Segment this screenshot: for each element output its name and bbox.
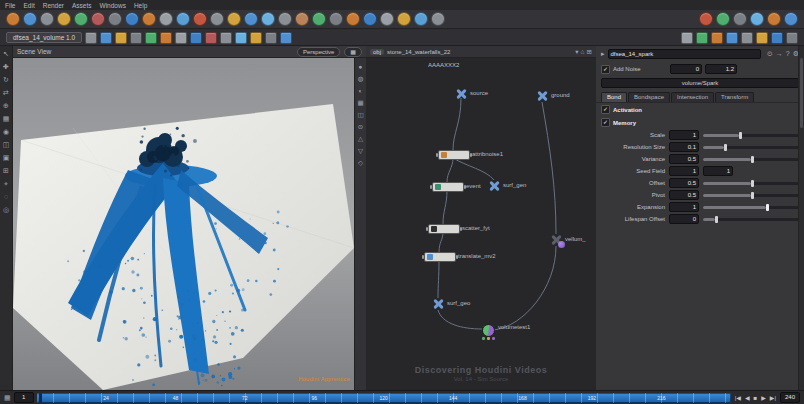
shelf-tool-icon[interactable] — [190, 32, 202, 44]
shelf-tool-icon[interactable] — [160, 32, 172, 44]
tab-bondspace[interactable]: Bondspace — [628, 92, 670, 102]
shelf-tool-icon[interactable] — [193, 12, 207, 26]
node-surf-geo[interactable]: surf_geo — [432, 298, 444, 310]
grid-toggle-icon[interactable]: ▦ — [357, 99, 363, 106]
jump-end-icon[interactable]: ▶| — [769, 394, 777, 401]
shelf-tool-icon[interactable] — [175, 32, 187, 44]
menu-render[interactable]: Render — [43, 2, 64, 9]
pin-icon[interactable]: ⊙ — [767, 50, 773, 57]
shelf-tool-icon[interactable] — [265, 32, 277, 44]
checkbox-icon[interactable]: ✓ — [601, 118, 610, 127]
camera-menu-button[interactable]: Perspective — [297, 47, 340, 57]
tab-bond[interactable]: Bond — [601, 92, 627, 102]
play-icon[interactable]: ▶ — [760, 394, 767, 401]
shelf-tool-icon[interactable] — [142, 12, 156, 26]
shelf-tool-icon[interactable] — [786, 32, 798, 44]
shelf-tool-icon[interactable] — [397, 12, 411, 26]
shelf-tool-icon[interactable] — [261, 12, 275, 26]
snap-icon[interactable]: ⊙ — [358, 123, 363, 130]
node-volumetest[interactable]: volumetest1 — [482, 324, 495, 337]
shelf-tool-icon[interactable] — [380, 12, 394, 26]
down-axis-icon[interactable]: ▽ — [358, 147, 363, 154]
node-vellum[interactable]: vellum_ — [550, 234, 562, 246]
shelf-tool-icon[interactable] — [696, 32, 708, 44]
noise-min-input[interactable]: 0 — [670, 64, 702, 74]
shelf-tool-icon[interactable] — [108, 12, 122, 26]
shelf-tool-icon[interactable] — [235, 32, 247, 44]
pivot-icon[interactable]: ◎ — [3, 206, 9, 214]
param-scrollbar[interactable] — [798, 46, 804, 390]
shelf-tool-icon[interactable] — [699, 12, 713, 26]
scale-slider[interactable] — [703, 134, 799, 137]
menu-file[interactable]: File — [5, 2, 15, 9]
scene-tab[interactable]: dfsea_14_volume 1.0 — [6, 32, 82, 43]
node-scatter[interactable]: scatter_fyt — [428, 224, 460, 234]
rotate-tool-icon[interactable]: ↻ — [3, 76, 9, 84]
lifespan-offset-slider[interactable] — [703, 218, 799, 221]
shelf-tool-icon[interactable] — [414, 12, 428, 26]
shelf-tool-icon[interactable] — [115, 32, 127, 44]
lighting-icon[interactable]: ◐ — [359, 87, 363, 94]
shelf-tool-icon[interactable] — [312, 12, 326, 26]
viewport-options-button[interactable]: ▦ — [344, 47, 362, 57]
node-source[interactable]: source — [455, 88, 467, 100]
target-icon[interactable]: ⌖ — [4, 180, 8, 188]
shelf-tool-icon[interactable] — [431, 12, 445, 26]
view-tool-icon[interactable]: ◉ — [3, 128, 9, 136]
shelf-tool-icon[interactable] — [681, 32, 693, 44]
offset-input[interactable]: 0.5 — [669, 178, 699, 188]
shelf-tool-icon[interactable] — [100, 32, 112, 44]
node-translate[interactable]: translate_mv2 — [424, 252, 456, 262]
grid-icon[interactable]: ⊞ — [3, 167, 9, 175]
shelf-tool-icon[interactable] — [85, 32, 97, 44]
frame-ruler[interactable]: 24487296120144168192216 — [37, 393, 731, 403]
toggle-memory[interactable]: ✓ Memory — [596, 116, 804, 129]
shelf-tool-icon[interactable] — [363, 12, 377, 26]
shelf-tool-icon[interactable] — [750, 12, 764, 26]
shelf-tool-icon[interactable] — [733, 12, 747, 26]
shelf-tool-icon[interactable] — [40, 12, 54, 26]
split-view-icon[interactable]: ◫ — [357, 111, 363, 118]
network-breadcrumb[interactable]: stone_14_waterfalls_22 — [387, 49, 450, 55]
playbar-menu-icon[interactable]: ▦ — [4, 394, 11, 402]
shelf-tool-icon[interactable] — [6, 12, 20, 26]
menu-windows[interactable]: Windows — [100, 2, 126, 9]
checkbox-icon[interactable]: ✓ — [601, 105, 610, 114]
shelf-tool-icon[interactable] — [91, 12, 105, 26]
help-icon[interactable]: ? — [786, 50, 790, 57]
node-path-field[interactable]: volume/Spark — [601, 78, 799, 88]
node-ground[interactable]: ground — [536, 90, 548, 102]
menu-help[interactable]: Help — [134, 2, 147, 9]
pivot-slider[interactable] — [703, 194, 799, 197]
expansion-input[interactable]: 1 — [669, 202, 699, 212]
shelf-tool-icon[interactable] — [756, 32, 768, 44]
shelf-tool-icon[interactable] — [784, 12, 798, 26]
node-surf-gen[interactable]: surf_gen — [488, 180, 500, 192]
shelf-tool-icon[interactable] — [278, 12, 292, 26]
lifespan-offset-input[interactable]: 0 — [669, 214, 699, 224]
pose-tool-icon[interactable]: ⊕ — [3, 102, 9, 110]
translate-tool-icon[interactable]: ✚ — [3, 63, 9, 71]
seed-y-input[interactable]: 1 — [703, 166, 733, 176]
node-name-field[interactable]: dfsea_14_spark — [608, 49, 761, 59]
current-frame-marker[interactable] — [39, 393, 42, 403]
shaded-mode-icon[interactable]: ● — [359, 63, 363, 70]
step-back-icon[interactable]: ◀ — [744, 394, 751, 401]
network-editor-panel[interactable]: obj stone_14_waterfalls_22 ▾⌂⊞ AAAAXXX2 … — [366, 46, 597, 390]
network-context-chip[interactable]: obj — [370, 49, 384, 55]
node-attribnoise[interactable]: attribnoise1 — [438, 150, 470, 160]
variance-slider[interactable] — [703, 158, 799, 161]
scale-input[interactable]: 1 — [669, 130, 699, 140]
wireframe-mode-icon[interactable]: ◍ — [358, 75, 364, 82]
shelf-tool-icon[interactable] — [130, 32, 142, 44]
tab-intersection[interactable]: Intersection — [671, 92, 714, 102]
current-frame-field[interactable]: 1 — [14, 392, 34, 403]
grid-snap-icon[interactable]: ⊞ — [587, 48, 592, 55]
select-tool-icon[interactable]: ↖ — [3, 50, 9, 58]
shelf-tool-icon[interactable] — [329, 12, 343, 26]
end-frame-field[interactable]: 240 — [780, 392, 800, 403]
dropdown-icon[interactable]: ▾ — [575, 48, 578, 55]
up-axis-icon[interactable]: △ — [358, 135, 363, 142]
noise-max-input[interactable]: 1.2 — [705, 64, 737, 74]
scale-tool-icon[interactable]: ⇄ — [3, 89, 9, 97]
